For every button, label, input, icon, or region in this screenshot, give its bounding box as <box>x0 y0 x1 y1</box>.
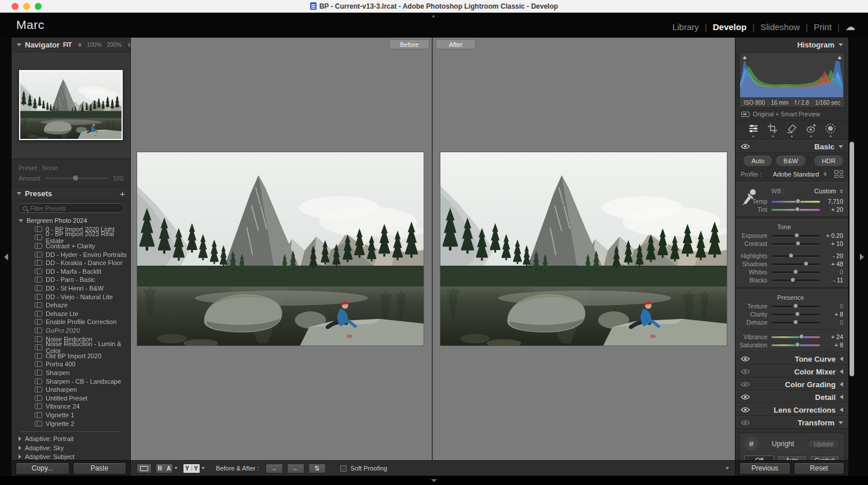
zoom-fit[interactable]: FIT <box>63 42 72 48</box>
hdr-button[interactable]: HDR <box>814 156 843 166</box>
preset-item[interactable]: Sharpen <box>12 369 130 377</box>
copy-button[interactable]: Copy... <box>16 462 69 475</box>
after-image[interactable] <box>440 152 727 346</box>
slider-thumb[interactable] <box>790 277 795 282</box>
before-after-view-button[interactable]: YY <box>183 464 200 473</box>
soft-proofing-checkbox[interactable] <box>340 465 347 472</box>
red-eye-tool-button[interactable] <box>806 123 817 137</box>
before-image[interactable] <box>137 152 424 346</box>
identity-plate[interactable]: Marc <box>16 18 45 32</box>
slider-thumb[interactable] <box>804 261 809 266</box>
toolbar-options-dropdown-icon[interactable] <box>726 467 729 469</box>
upright-grid-icon[interactable]: # <box>744 436 759 451</box>
preset-item[interactable]: Enable Profile Correction <box>12 318 130 326</box>
update-button[interactable]: Update <box>807 439 840 449</box>
scrollbar-thumb[interactable] <box>849 142 854 376</box>
slider-thumb[interactable] <box>795 207 800 212</box>
slider-track[interactable] <box>771 263 820 265</box>
paste-button[interactable]: Paste <box>73 462 127 475</box>
copy-before-to-after-button[interactable]: → <box>266 464 283 473</box>
presets-header[interactable]: Presets + <box>12 187 130 200</box>
module-develop[interactable]: Develop <box>713 22 746 32</box>
histogram-panel[interactable]: ISO 800 16 mm f / 2.8 1/160 sec <box>739 52 845 108</box>
eye-icon[interactable] <box>741 420 750 425</box>
preset-group-adaptive-sky[interactable]: Adaptive: Sky <box>12 443 130 452</box>
edit-tool-button[interactable] <box>748 123 759 137</box>
eye-icon[interactable] <box>741 407 750 413</box>
before-after-dropdown-icon[interactable] <box>201 467 205 469</box>
profile-value[interactable]: Adobe Standard <box>773 171 819 178</box>
amount-slider-thumb[interactable] <box>73 175 78 181</box>
navigator-header[interactable]: Navigator FIT 100% 200% <box>12 38 130 52</box>
preset-item[interactable]: DD - Hyder - Enviro Portraits <box>12 250 130 259</box>
zoom-100[interactable]: 100% <box>87 42 102 48</box>
slider-track[interactable] <box>771 280 820 281</box>
bw-button[interactable]: B&W <box>776 156 806 166</box>
section-color-mixer[interactable]: Color Mixer <box>735 365 848 378</box>
smart-preview-status[interactable]: Original + Smart Preview <box>735 109 848 120</box>
preset-item[interactable]: Vibrance 24 <box>12 402 130 411</box>
shadow-clipping-button[interactable] <box>741 54 748 61</box>
zoom-200[interactable]: 200% <box>107 42 122 48</box>
slider-track[interactable] <box>771 243 820 245</box>
highlight-clipping-button[interactable] <box>836 54 843 61</box>
preset-item[interactable]: Dehaze <box>12 301 130 310</box>
masking-tool-button[interactable] <box>825 123 836 137</box>
top-panel-toggle[interactable]: ▲ <box>429 14 437 19</box>
section-transform[interactable]: Transform <box>735 416 848 429</box>
slider-track[interactable] <box>771 344 820 346</box>
section-detail[interactable]: Detail <box>735 391 848 403</box>
navigator-preview[interactable] <box>12 52 130 159</box>
slider-track[interactable] <box>771 201 820 203</box>
preset-item[interactable]: Untitled Preset <box>12 394 130 402</box>
left-panel-toggle[interactable] <box>0 38 12 476</box>
bottom-panel-toggle[interactable] <box>0 476 868 485</box>
slider-thumb[interactable] <box>796 199 801 204</box>
wb-value[interactable]: Custom <box>814 188 843 194</box>
right-panel-toggle[interactable] <box>855 38 868 476</box>
preset-group-adaptive-subject[interactable]: Adaptive: Subject <box>12 453 130 460</box>
slider-track[interactable] <box>771 271 820 273</box>
profile-browser-icon[interactable] <box>834 170 843 178</box>
previous-button[interactable]: Previous <box>740 462 790 475</box>
slider-thumb[interactable] <box>795 342 800 347</box>
slider-track[interactable] <box>771 336 820 338</box>
upright-guided-button[interactable]: Guided <box>810 455 840 460</box>
eye-icon[interactable] <box>741 144 750 149</box>
slider-track[interactable] <box>771 209 820 211</box>
preset-item[interactable]: Sharpen - CB - Landscape <box>12 377 130 385</box>
swap-before-after-button[interactable]: ⇅ <box>308 464 326 473</box>
eye-icon[interactable] <box>741 356 750 362</box>
preset-item[interactable]: Vignette 2 <box>12 419 130 428</box>
preset-item[interactable]: DD - Paro - Basic <box>12 275 130 284</box>
profile-updown-icon[interactable] <box>823 172 827 176</box>
cloud-sync-icon[interactable]: ☁ <box>845 21 855 33</box>
auto-button[interactable]: Auto <box>744 156 772 166</box>
module-library[interactable]: Library <box>672 22 699 32</box>
slider-thumb[interactable] <box>788 253 793 258</box>
upright-off-button[interactable]: Off <box>744 455 774 460</box>
zoom-updown-icon[interactable] <box>128 43 130 47</box>
preset-item[interactable]: DD - Marfa - Backlit <box>12 267 130 276</box>
preset-item[interactable]: 0 - BP Import 2023 Real Estate <box>12 233 130 242</box>
amount-slider[interactable] <box>45 178 108 179</box>
preset-item[interactable]: Dehaze Lte <box>12 310 130 318</box>
section-color-grading[interactable]: Color Grading <box>735 378 848 391</box>
add-preset-button[interactable]: + <box>120 189 125 198</box>
preset-item[interactable]: Unsharpen <box>12 385 130 394</box>
preset-item[interactable]: Noise Reduction - Lumin & Color <box>12 343 130 352</box>
section-lens-corrections[interactable]: Lens Corrections <box>735 403 848 416</box>
eye-icon[interactable] <box>741 394 750 400</box>
filter-presets-input[interactable]: Filter Presets <box>17 203 124 213</box>
slider-thumb[interactable] <box>793 303 799 308</box>
preset-group-adaptive-portrait[interactable]: Adaptive: Portrait <box>12 435 130 443</box>
slider-track[interactable] <box>771 255 820 257</box>
slider-track[interactable] <box>771 314 820 315</box>
preset-item[interactable]: DD - Korakia - Dance Floor <box>12 259 130 267</box>
histogram-header[interactable]: Histogram <box>735 38 848 52</box>
basic-panel-header[interactable]: Basic <box>735 140 848 153</box>
slider-track[interactable] <box>771 235 820 237</box>
eyedropper-icon[interactable] <box>741 186 756 205</box>
crop-tool-button[interactable] <box>767 123 778 137</box>
preset-item[interactable]: Vignette 1 <box>12 411 130 420</box>
